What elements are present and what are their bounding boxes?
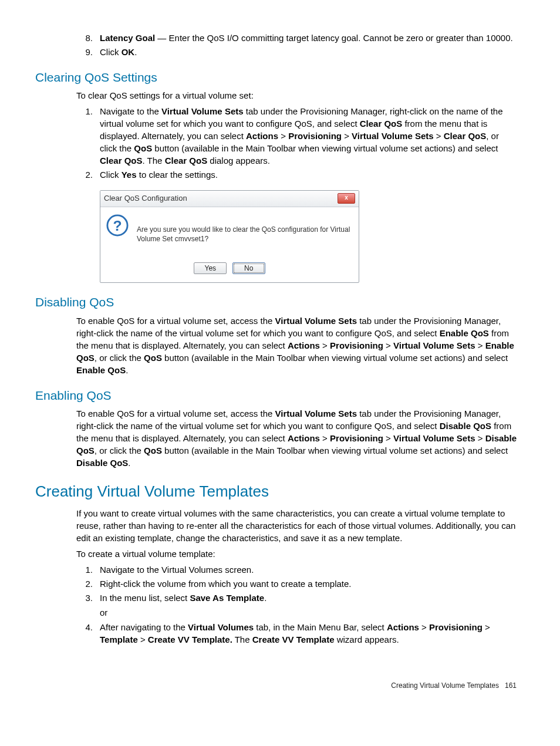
list-item: 8. Latency Goal — Enter the QoS I/O comm… bbox=[76, 32, 517, 44]
paragraph: If you want to create virtual volumes wi… bbox=[76, 507, 517, 544]
list-text: Navigate to the Virtual Volumes screen. bbox=[100, 563, 517, 576]
no-button[interactable]: No bbox=[232, 262, 265, 275]
list-item: 1. Navigate to the Virtual Volumes scree… bbox=[76, 563, 517, 576]
section-enabling: To enable QoS for a virtual volume set, … bbox=[76, 407, 517, 469]
list-number: 1. bbox=[76, 105, 93, 167]
section-templates: If you want to create virtual volumes wi… bbox=[76, 507, 517, 646]
heading-disabling-qos: Disabling QoS bbox=[35, 293, 517, 310]
footer-title: Creating Virtual Volume Templates bbox=[391, 681, 499, 690]
or-text: or bbox=[100, 606, 517, 619]
list-number: 2. bbox=[76, 168, 93, 181]
list-item: 9. Click OK. bbox=[76, 46, 517, 58]
section-clearing: To clear QoS settings for a virtual volu… bbox=[76, 89, 517, 283]
list-number: 4. bbox=[76, 621, 93, 646]
clear-qos-dialog: Clear QoS Configuration x ? Are you sure… bbox=[100, 190, 359, 283]
section-disabling: To enable QoS for a virtual volume set, … bbox=[76, 315, 517, 376]
list-item: 2. Click Yes to clear the settings. bbox=[76, 168, 517, 181]
list-item: 4. After navigating to the Virtual Volum… bbox=[76, 621, 517, 646]
paragraph: To enable QoS for a virtual volume set, … bbox=[76, 315, 517, 376]
list-text: In the menu list, select Save As Templat… bbox=[100, 592, 517, 604]
list-number: 9. bbox=[76, 46, 93, 58]
close-button[interactable]: x bbox=[338, 193, 355, 204]
question-icon: ? bbox=[106, 214, 129, 237]
heading-creating-templates: Creating Virtual Volume Templates bbox=[35, 481, 517, 502]
list-text: Navigate to the Virtual Volume Sets tab … bbox=[100, 105, 517, 167]
list-number: 1. bbox=[76, 563, 93, 576]
dialog-titlebar: Clear QoS Configuration x bbox=[100, 191, 359, 207]
list-text: After navigating to the Virtual Volumes … bbox=[100, 621, 517, 646]
paragraph: To enable QoS for a virtual volume set, … bbox=[76, 407, 517, 469]
page-footer: Creating Virtual Volume Templates 161 bbox=[35, 681, 517, 691]
list-number: 3. bbox=[76, 592, 93, 604]
list-text: Click OK. bbox=[100, 46, 517, 58]
dialog-title-text: Clear QoS Configuration bbox=[104, 193, 187, 204]
list-text: Latency Goal — Enter the QoS I/O committ… bbox=[100, 32, 517, 44]
paragraph: To create a virtual volume template: bbox=[76, 548, 517, 560]
dialog-buttons: Yes No bbox=[100, 260, 359, 283]
list-text: Right-click the volume from which you wa… bbox=[100, 578, 517, 590]
list-number: 8. bbox=[76, 32, 93, 44]
list-text: Click Yes to clear the settings. bbox=[100, 168, 517, 181]
page-number: 161 bbox=[505, 681, 517, 690]
heading-clearing-qos: Clearing QoS Settings bbox=[35, 69, 517, 86]
list-item: 3. In the menu list, select Save As Temp… bbox=[76, 592, 517, 604]
heading-enabling-qos: Enabling QoS bbox=[35, 387, 517, 404]
intro-text: To clear QoS settings for a virtual volu… bbox=[76, 89, 517, 102]
dialog-message: Are you sure you would like to clear the… bbox=[137, 214, 353, 245]
top-continuation: 8. Latency Goal — Enter the QoS I/O comm… bbox=[76, 32, 517, 58]
list-item: 1. Navigate to the Virtual Volume Sets t… bbox=[76, 105, 517, 167]
yes-button[interactable]: Yes bbox=[194, 262, 227, 275]
list-number: 2. bbox=[76, 578, 93, 590]
svg-text:?: ? bbox=[113, 217, 122, 233]
list-item: 2. Right-click the volume from which you… bbox=[76, 578, 517, 590]
page-content: 8. Latency Goal — Enter the QoS I/O comm… bbox=[35, 32, 517, 690]
dialog-body: ? Are you sure you would like to clear t… bbox=[100, 207, 359, 260]
